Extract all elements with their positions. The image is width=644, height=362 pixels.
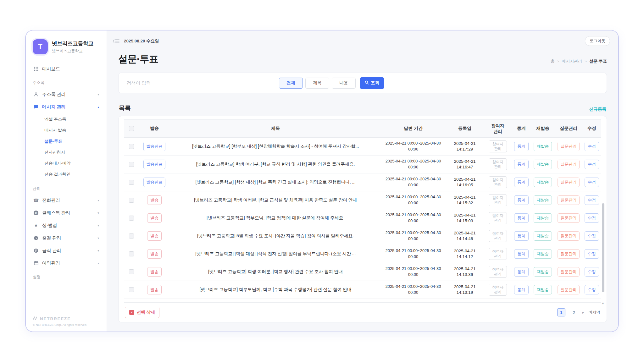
next-page-icon[interactable]: ▸ [582,310,584,315]
stats-button[interactable]: 통계 [514,160,528,169]
participants-button[interactable]: 참여자 관리 [489,176,507,188]
participants-button[interactable]: 참여자 관리 [489,194,507,206]
breadcrumb-home[interactable]: 홈 [551,58,555,64]
question-button[interactable]: 질문관리 [558,285,580,294]
sidebar-item-reservation-mgmt[interactable]: 예약관리 ▾ [26,257,104,269]
select-all-checkbox[interactable] [129,126,134,131]
stats-button[interactable]: 통계 [514,213,528,223]
delete-selected-button[interactable]: × 선택 삭제 [125,307,159,318]
sidebar-item-message-mgmt[interactable]: 메시지 관리 ▴ [26,101,104,113]
stats-button[interactable]: 통계 [514,231,528,241]
resend-button[interactable]: 재발송 [534,160,552,169]
page-button-2[interactable]: 2 [570,308,578,316]
stats-button[interactable]: 통계 [514,195,528,205]
list-head: 목록 신규등록 [119,104,606,112]
row-checkbox[interactable] [129,287,134,292]
row-checkbox[interactable] [129,216,134,221]
question-button[interactable]: 질문관리 [558,195,580,205]
filter-all-button[interactable]: 전체 [279,78,303,89]
sidebar-item-label: 예약관리 [42,260,60,266]
stats-button[interactable]: 통계 [514,178,528,187]
resend-button[interactable]: 재발송 [534,178,552,187]
participants-button[interactable]: 참여자 관리 [489,266,507,278]
question-button[interactable]: 질문관리 [558,267,580,277]
sidebar-item-points[interactable]: ★ 상·벌점 ▾ [26,219,104,232]
filter-content-button[interactable]: 내용 [332,78,356,89]
row-checkbox[interactable] [129,251,134,256]
sidebar-subitem-send-queue[interactable]: 전송대기·예약 [26,158,104,169]
resend-button[interactable]: 재발송 [534,195,552,205]
search-submit-button[interactable]: 조회 [360,77,384,89]
sidebar-item-phone-mgmt[interactable]: ☎ 전화관리 ▾ [26,194,104,206]
scrollbar-thumb[interactable] [602,203,604,292]
table-row: 발송[넷브리즈 고등학교] 학생 여러분, [학교 급식실 및 체육관] 이용 … [124,191,601,209]
resend-button[interactable]: 재발송 [534,267,552,277]
last-page-button[interactable]: 마지막 [589,310,601,315]
edit-button[interactable]: 수정 [585,213,599,223]
resend-button[interactable]: 재발송 [534,249,552,259]
participants-button[interactable]: 참여자 관리 [489,158,507,170]
column-header-edit: 수정 [583,126,601,131]
resend-button[interactable]: 재발송 [534,285,552,294]
sidebar-item-addressbook-mgmt[interactable]: 주소록 관리 ▾ [26,88,104,101]
participants-button[interactable]: 참여자 관리 [489,230,507,242]
sidebar-subitem-survey[interactable]: 설문·투표 [26,136,104,147]
stats-button[interactable]: 통계 [514,267,528,277]
participants-button[interactable]: 참여자 관리 [489,248,507,260]
edit-button[interactable]: 수정 [585,249,599,259]
sidebar-item-attendance-mgmt[interactable]: 출결 관리 ▾ [26,232,104,244]
participants-button[interactable]: 참여자 관리 [489,212,507,224]
sidebar-item-label: 급식 관리 [42,248,61,254]
edit-button[interactable]: 수정 [585,267,599,277]
question-button[interactable]: 질문관리 [558,249,580,259]
scroll-down-icon[interactable]: ▼ [602,302,604,305]
sidebar-subitem-message-send[interactable]: 메시지 발송 [26,125,104,136]
question-button[interactable]: 질문관리 [558,142,580,151]
page-button-1[interactable]: 1 [557,308,565,316]
row-checkbox[interactable] [129,144,134,149]
table-scrollbar[interactable]: ▼ [602,141,604,300]
edit-button[interactable]: 수정 [585,178,599,187]
question-button[interactable]: 질문관리 [558,213,580,223]
sidebar-item-dashboard[interactable]: 대시보드 [26,63,104,75]
survey-title: [넷브리즈 고등학교] 학생 여러분, [학교 행사] 관련 수요 조사 참여 … [170,269,381,275]
survey-table-body: 발송완료[넷브리즈 고등학교] [학부모 대상] [현장체험학습 학습지 조사]… [124,138,601,299]
sidebar-subitem-excel-addressbook[interactable]: 엑셀 주소록 [26,114,104,125]
calendar-icon [33,261,39,265]
question-button[interactable]: 질문관리 [558,231,580,241]
search-input[interactable] [127,80,279,85]
edit-button[interactable]: 수정 [585,160,599,169]
chat-icon [33,105,39,109]
breadcrumb-parent[interactable]: 메시지관리 [562,58,582,64]
filter-title-button[interactable]: 제목 [305,78,329,89]
stats-button[interactable]: 통계 [514,285,528,294]
sidebar-collapse-icon[interactable] [113,39,119,43]
chevron-down-icon: ▾ [97,236,99,240]
row-checkbox[interactable] [129,269,134,274]
edit-button[interactable]: 수정 [585,142,599,151]
send-status-badge: 발송완료 [143,178,166,187]
question-button[interactable]: 질문관리 [558,160,580,169]
edit-button[interactable]: 수정 [585,195,599,205]
sidebar-item-classtalk-mgmt[interactable]: C 클래스톡 관리 ▾ [26,206,104,219]
edit-button[interactable]: 수정 [585,285,599,294]
edit-button[interactable]: 수정 [585,231,599,241]
participants-button[interactable]: 참여자 관리 [489,140,507,152]
stats-button[interactable]: 통계 [514,142,528,151]
row-checkbox[interactable] [129,198,134,203]
row-checkbox[interactable] [129,180,134,185]
sidebar-subitem-eform[interactable]: 전자신청서 [26,147,104,158]
new-register-link[interactable]: 신규등록 [589,107,606,112]
row-checkbox[interactable] [129,162,134,167]
logout-button[interactable]: 로그아웃 [585,36,610,46]
stats-button[interactable]: 통계 [514,249,528,259]
resend-button[interactable]: 재발송 [534,142,552,151]
sidebar-subitem-send-result[interactable]: 전송 결과확인 [26,169,104,180]
resend-button[interactable]: 재발송 [534,213,552,223]
question-button[interactable]: 질문관리 [558,178,580,187]
participants-button[interactable]: 참여자 관리 [489,284,507,296]
resend-button[interactable]: 재발송 [534,231,552,241]
sidebar-item-meal-mgmt[interactable]: 급식 관리 ▾ [26,244,104,257]
send-status-badge: 발송 [147,231,161,241]
row-checkbox[interactable] [129,233,134,239]
